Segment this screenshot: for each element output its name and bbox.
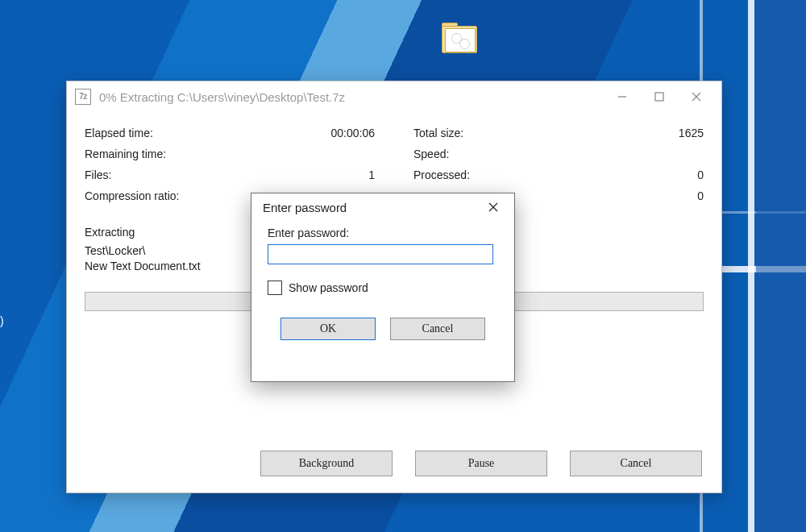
stat-label: Speed:	[413, 148, 449, 160]
dialog-titlebar[interactable]: Enter password	[251, 193, 514, 222]
stat-row-totalsize: Total size: 1625	[413, 123, 704, 143]
stat-row-elapsed: Elapsed time: 00:00:06	[85, 123, 375, 143]
wallpaper-pane	[756, 0, 806, 532]
ok-button[interactable]: OK	[280, 318, 376, 340]
minimize-button[interactable]	[604, 85, 641, 109]
desktop-folder-icon[interactable]	[442, 23, 476, 52]
stat-row-processed: Processed: 0	[413, 164, 704, 185]
stat-row-remaining: Remaining time:	[85, 143, 375, 164]
stat-label: Remaining time:	[85, 148, 166, 160]
sevenzip-icon: 7z	[75, 89, 91, 105]
stat-value: 1625	[679, 127, 704, 139]
show-password-checkbox[interactable]	[268, 281, 282, 295]
folder-front-shape	[445, 28, 476, 52]
stat-value: 0	[697, 168, 704, 181]
stat-value: 00:00:06	[331, 127, 376, 139]
gear-icon	[459, 39, 470, 49]
stat-row-speed: Speed:	[413, 143, 704, 164]
window-button-row: Background Pause Cancel	[67, 451, 721, 476]
dialog-body: Enter password: Show password OK Cancel	[251, 222, 514, 351]
stat-label: Processed:	[413, 168, 470, 181]
pause-button[interactable]: Pause	[415, 451, 547, 476]
maximize-button[interactable]	[641, 85, 678, 109]
desktop-wallpaper: ) 7z 0% Extracting C:\Users\viney\Deskto…	[0, 0, 806, 532]
stat-label: Files:	[85, 168, 111, 181]
background-button[interactable]: Background	[260, 451, 393, 476]
cancel-button[interactable]: Cancel	[570, 451, 702, 476]
show-password-row[interactable]: Show password	[268, 281, 498, 295]
close-button[interactable]	[678, 85, 715, 109]
enter-password-dialog: Enter password Enter password: Show pass…	[251, 193, 515, 382]
close-icon[interactable]	[477, 196, 509, 218]
dialog-title: Enter password	[263, 201, 477, 214]
stat-row-files: Files: 1	[85, 164, 375, 185]
stat-value: 0	[697, 189, 704, 202]
stat-label: Compression ratio:	[85, 189, 180, 202]
window-title: 0% Extracting C:\Users\viney\Desktop\Tes…	[99, 90, 604, 104]
titlebar[interactable]: 7z 0% Extracting C:\Users\viney\Desktop\…	[67, 81, 721, 113]
password-field-label: Enter password:	[268, 227, 498, 239]
partial-offscreen-text: )	[0, 314, 4, 327]
stat-label: Elapsed time:	[85, 127, 153, 139]
dialog-button-row: OK Cancel	[268, 318, 498, 340]
show-password-label: Show password	[289, 281, 368, 294]
stat-label: Total size:	[413, 127, 463, 139]
stat-value: 1	[368, 168, 375, 181]
cancel-button[interactable]: Cancel	[390, 318, 485, 340]
svg-rect-1	[655, 93, 663, 101]
password-input[interactable]	[268, 244, 493, 264]
